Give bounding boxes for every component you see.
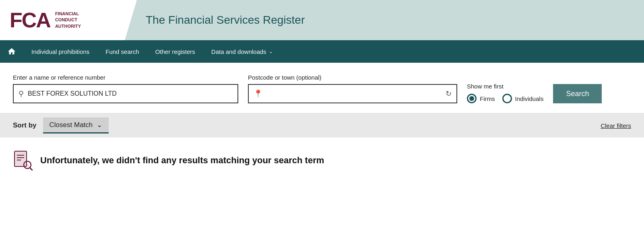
sort-chevron-icon: ⌄ xyxy=(97,121,102,129)
fca-logo: FCA FINANCIAL CONDUCT AUTHORITY xyxy=(10,10,81,31)
postcode-search-input[interactable] xyxy=(266,90,446,97)
postcode-field-label: Postcode or town (optional) xyxy=(248,74,457,81)
nav-fund-search[interactable]: Fund search xyxy=(97,40,147,63)
postcode-field-group: Postcode or town (optional) 📍 ↻ xyxy=(248,74,457,103)
location-refresh-icon[interactable]: ↻ xyxy=(446,89,452,98)
radio-firms-circle xyxy=(467,94,477,103)
nav-data-downloads[interactable]: Data and downloads ⌄ xyxy=(203,40,281,63)
chevron-down-icon: ⌄ xyxy=(269,49,273,54)
name-field-label: Enter a name or reference number xyxy=(13,74,238,81)
results-area: Unfortunately, we didn't find any result… xyxy=(0,138,644,183)
nav-bar: Individual prohibitions Fund search Othe… xyxy=(0,40,644,63)
postcode-input-wrapper: 📍 ↻ xyxy=(248,84,457,103)
radio-firms-label: Firms xyxy=(480,95,495,102)
fca-initials-text: FCA xyxy=(10,10,50,31)
fca-full-name: FINANCIAL CONDUCT AUTHORITY xyxy=(55,11,81,29)
sort-bar: Sort by Closest Match ⌄ Clear filters xyxy=(0,113,644,138)
no-results-container: Unfortunately, we didn't find any result… xyxy=(13,150,631,170)
name-search-input[interactable] xyxy=(28,90,233,97)
nav-individual-prohibitions[interactable]: Individual prohibitions xyxy=(23,40,97,63)
radio-individuals-option[interactable]: Individuals xyxy=(502,94,544,103)
radio-individuals-label: Individuals xyxy=(515,95,544,102)
show-me-first-group: Show me first Firms Individuals xyxy=(467,83,543,103)
name-field-group: Enter a name or reference number ⚲ xyxy=(13,74,238,103)
radio-group: Firms Individuals xyxy=(467,94,543,103)
location-pin-icon: 📍 xyxy=(254,89,262,98)
nav-other-registers[interactable]: Other registers xyxy=(147,40,203,63)
search-icon: ⚲ xyxy=(19,89,24,98)
clear-filters-link[interactable]: Clear filters xyxy=(601,122,631,129)
page-title: The Financial Services Register xyxy=(138,14,305,27)
header-title-area: The Financial Services Register xyxy=(125,0,644,40)
home-icon xyxy=(7,47,16,56)
svg-rect-0 xyxy=(14,151,27,166)
sort-dropdown[interactable]: Closest Match ⌄ xyxy=(43,117,109,133)
name-input-wrapper: ⚲ xyxy=(13,84,238,103)
logo-area: FCA FINANCIAL CONDUCT AUTHORITY xyxy=(0,0,129,40)
search-section: Enter a name or reference number ⚲ Postc… xyxy=(0,63,644,113)
svg-line-6 xyxy=(30,168,32,170)
header: FCA FINANCIAL CONDUCT AUTHORITY The Fina… xyxy=(0,0,644,40)
show-me-first-label: Show me first xyxy=(467,83,543,90)
search-row: Enter a name or reference number ⚲ Postc… xyxy=(13,74,631,103)
no-results-text: Unfortunately, we didn't find any result… xyxy=(40,155,324,166)
no-results-icon xyxy=(13,150,33,170)
search-button[interactable]: Search xyxy=(553,84,602,103)
radio-individuals-circle xyxy=(502,94,512,103)
home-nav-button[interactable] xyxy=(0,40,23,63)
sort-by-label: Sort by xyxy=(13,121,37,129)
radio-firms-option[interactable]: Firms xyxy=(467,94,495,103)
sort-selected-value: Closest Match xyxy=(50,121,93,129)
nav-links: Individual prohibitions Fund search Othe… xyxy=(23,40,281,63)
